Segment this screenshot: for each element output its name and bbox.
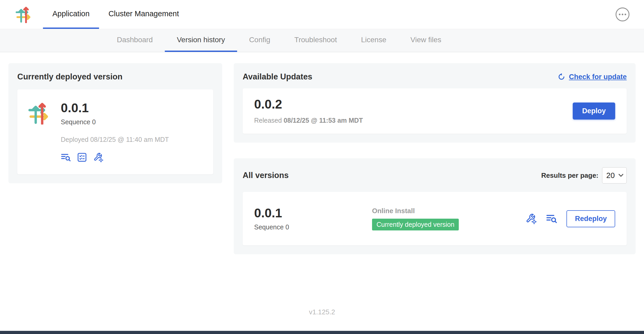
top-header: Application Cluster Management xyxy=(0,0,644,29)
app-logo-icon xyxy=(15,6,32,23)
deploy-button[interactable]: Deploy xyxy=(573,103,615,120)
version-row-details: 0.0.1 Sequence 0 xyxy=(254,207,372,231)
edit-config-icon[interactable] xyxy=(526,213,537,224)
available-updates-header: Available Updates Check for update xyxy=(243,72,627,82)
subnav-item-view-files[interactable]: View files xyxy=(398,29,453,52)
preflight-checks-icon[interactable] xyxy=(77,152,87,162)
update-row: 0.0.2 Released 08/12/25 @ 11:53 am MDT D… xyxy=(243,88,627,134)
redeploy-button[interactable]: Redeploy xyxy=(566,210,615,227)
update-released-line: Released 08/12/25 @ 11:53 am MDT xyxy=(254,117,363,124)
app-logo-icon xyxy=(28,101,51,162)
deployed-sequence: Sequence 0 xyxy=(61,118,169,126)
all-versions-title: All versions xyxy=(243,171,289,180)
app-logo[interactable] xyxy=(15,0,32,29)
install-type-label: Online Install xyxy=(372,207,526,215)
page-footer: v1.125.2 xyxy=(0,308,644,316)
check-for-update-link[interactable]: Check for update xyxy=(557,73,627,81)
results-per-page-select[interactable]: 20 xyxy=(602,167,627,184)
deployed-version-details: 0.0.1 Sequence 0 Deployed 08/12/25 @ 11:… xyxy=(61,101,169,162)
main-content: Currently deployed version 0.0.1 Sequenc… xyxy=(0,52,644,254)
top-nav: Application Cluster Management xyxy=(43,0,188,29)
all-versions-header: All versions Results per page: 20 xyxy=(243,167,627,184)
release-notes-icon[interactable] xyxy=(61,152,71,162)
deployed-timestamp: Deployed 08/12/25 @ 11:40 am MDT xyxy=(61,136,169,143)
update-version-details: 0.0.2 Released 08/12/25 @ 11:53 am MDT xyxy=(254,98,363,124)
subnav-item-license[interactable]: License xyxy=(349,29,399,52)
version-row: 0.0.1 Sequence 0 Online Install Currentl… xyxy=(243,192,627,245)
deployed-version-panel: 0.0.1 Sequence 0 Deployed 08/12/25 @ 11:… xyxy=(17,89,213,174)
subnav-item-troubleshoot[interactable]: Troubleshoot xyxy=(282,29,349,52)
version-row-actions: Redeploy xyxy=(526,210,615,227)
tab-cluster-management[interactable]: Cluster Management xyxy=(99,0,188,29)
bottom-bar xyxy=(0,331,644,334)
console-version: v1.125.2 xyxy=(309,308,335,316)
tab-application[interactable]: Application xyxy=(43,0,99,29)
app-subnav: Dashboard Version history Config Trouble… xyxy=(0,29,644,52)
ellipsis-icon xyxy=(615,7,630,22)
currently-deployed-badge: Currently deployed version xyxy=(372,219,459,230)
available-updates-card: Available Updates Check for update 0.0.2… xyxy=(234,63,636,143)
released-prefix: Released xyxy=(254,117,282,124)
deployed-version-number: 0.0.1 xyxy=(61,101,169,115)
released-date: 08/12/25 @ 11:53 am MDT xyxy=(284,117,363,124)
subnav-item-dashboard[interactable]: Dashboard xyxy=(105,29,165,52)
results-per-page-label: Results per page: xyxy=(541,171,598,180)
version-row-status: Online Install Currently deployed versio… xyxy=(372,207,526,230)
results-per-page-group: Results per page: 20 xyxy=(541,167,627,184)
row-version-number: 0.0.1 xyxy=(254,207,372,220)
deployed-icon-actions xyxy=(61,152,169,162)
available-updates-title: Available Updates xyxy=(243,72,312,82)
update-version-number: 0.0.2 xyxy=(254,98,363,111)
edit-config-icon[interactable] xyxy=(93,152,103,162)
results-per-page-dropdown[interactable]: 20 xyxy=(602,167,627,184)
overflow-menu-button[interactable] xyxy=(615,7,630,22)
currently-deployed-card: Currently deployed version 0.0.1 Sequenc… xyxy=(8,63,222,183)
subnav-item-config[interactable]: Config xyxy=(237,29,282,52)
right-column: Available Updates Check for update 0.0.2… xyxy=(234,63,636,254)
deployed-card-title: Currently deployed version xyxy=(17,72,213,82)
row-sequence: Sequence 0 xyxy=(254,223,372,231)
release-notes-icon[interactable] xyxy=(546,213,557,224)
subnav-item-version-history[interactable]: Version history xyxy=(165,29,237,52)
refresh-icon xyxy=(557,73,566,81)
check-for-update-label: Check for update xyxy=(569,73,627,81)
all-versions-card: All versions Results per page: 20 0.0.1 … xyxy=(234,158,636,254)
